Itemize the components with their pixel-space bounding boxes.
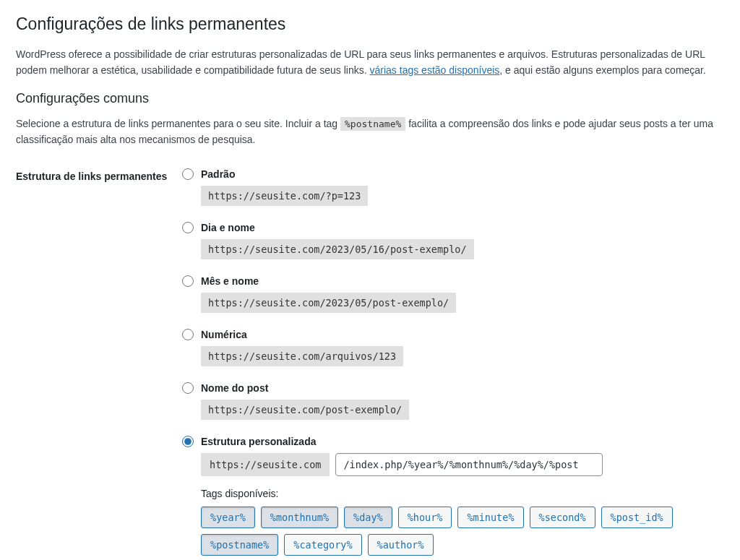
permalink-radio[interactable] [182,222,194,233]
permalink-option: Numéricahttps://seusite.com/arquivos/123 [182,329,724,366]
tags-available-link[interactable]: várias tags estão disponíveis [370,64,500,76]
permalink-example-code: https://seusite.com/2023/05/post-exemplo… [201,293,456,313]
common-text-before: Selecione a estrutura de links permanent… [16,118,340,129]
permalink-option-custom: Estrutura personalizadahttps://seusite.c… [182,436,724,556]
permalink-option: Dia e nomehttps://seusite.com/2023/05/16… [182,222,724,259]
permalink-option-label: Estrutura personalizada [201,436,317,447]
available-tags-label: Tags disponíveis: [201,488,724,499]
permalink-radio-custom[interactable] [182,436,194,447]
tag-button[interactable]: %category% [284,534,361,556]
tag-button[interactable]: %day% [344,507,392,528]
permalink-option: Mês e nomehttps://seusite.com/2023/05/po… [182,275,724,313]
intro-text-2: , e aqui estão alguns exemplos para come… [499,64,706,76]
permalink-structure-label: Estrutura de links permanentes [16,170,182,184]
permalink-option-label: Numérica [201,329,247,340]
permalink-option-row[interactable]: Mês e nome [182,275,724,287]
page-title: Configurações de links permanentes [16,14,724,34]
tag-button[interactable]: %second% [530,507,595,528]
permalink-example-code: https://seusite.com/post-exemplo/ [201,400,409,420]
permalink-radio[interactable] [182,329,194,340]
permalink-option: Nome do posthttps://seusite.com/post-exe… [182,382,724,420]
permalink-radio[interactable] [182,168,194,180]
custom-structure-row: https://seusite.com [201,453,724,476]
tag-button[interactable]: %monthnum% [261,507,338,528]
permalink-option-label: Mês e nome [201,275,259,287]
permalink-option-row[interactable]: Nome do post [182,382,724,394]
custom-url-prefix: https://seusite.com [201,453,330,476]
permalink-example-code: https://seusite.com/2023/05/16/post-exem… [201,239,474,259]
tag-button[interactable]: %hour% [398,507,452,528]
tag-button[interactable]: %postname% [201,534,278,556]
permalink-option-label: Dia e nome [201,222,255,233]
tag-button[interactable]: %year% [201,507,255,528]
permalink-option-label: Nome do post [201,382,268,394]
permalink-radio[interactable] [182,382,194,394]
common-settings-heading: Configurações comuns [16,91,724,106]
common-paragraph: Selecione a estrutura de links permanent… [16,116,724,147]
postname-tag-code: %postname% [340,117,405,131]
available-tags-list: %year%%monthnum%%day%%hour%%minute%%seco… [201,507,724,556]
intro-paragraph: WordPress oferece a possibilidade de cri… [16,47,724,78]
permalink-option-label: Padrão [201,168,235,180]
tag-button[interactable]: %author% [368,534,434,556]
permalink-option: Padrãohttps://seusite.com/?p=123 [182,168,724,206]
tag-button[interactable]: %minute% [457,507,523,528]
permalink-radio[interactable] [182,275,194,287]
permalink-option-row[interactable]: Estrutura personalizada [182,436,724,447]
custom-structure-input[interactable] [335,453,603,476]
tag-button[interactable]: %post_id% [601,507,673,528]
permalink-option-row[interactable]: Numérica [182,329,724,340]
permalink-option-row[interactable]: Padrão [182,168,724,180]
permalink-option-row[interactable]: Dia e nome [182,222,724,233]
permalink-example-code: https://seusite.com/?p=123 [201,186,368,206]
permalink-example-code: https://seusite.com/arquivos/123 [201,346,403,366]
